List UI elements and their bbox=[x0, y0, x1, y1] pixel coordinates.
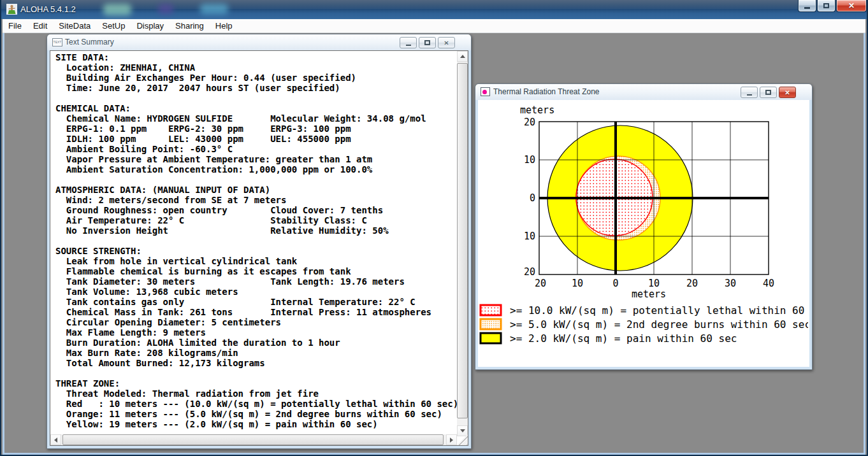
arrow-right-icon bbox=[450, 438, 453, 443]
aloha-app-icon bbox=[6, 4, 17, 15]
threat-zone-titlebar[interactable]: Thermal Radiation Threat Zone ✕ bbox=[475, 84, 812, 100]
app-title: ALOHA 5.4.1.2 bbox=[20, 4, 76, 14]
glass-reflection-blob bbox=[103, 4, 131, 15]
y-tick-labels: 20 10 0 10 20 bbox=[524, 117, 535, 278]
menu-edit[interactable]: Edit bbox=[27, 19, 53, 32]
magenta-dot-icon bbox=[482, 90, 487, 94]
text-summary-text: SITE DATA: Location: ZHENHAI, CHINA Buil… bbox=[50, 51, 458, 436]
app-client-area: TEXT Text Summary ✕ SITE DATA: Location:… bbox=[3, 33, 865, 455]
scroll-left-button[interactable] bbox=[50, 434, 61, 445]
glass-reflection-blob bbox=[158, 4, 173, 14]
minimize-icon bbox=[804, 7, 810, 9]
text-summary-maximize-button[interactable] bbox=[419, 37, 436, 48]
vertical-scrollbar[interactable] bbox=[457, 51, 468, 436]
horizontal-scrollbar[interactable] bbox=[50, 434, 457, 445]
orange-legend-swatch bbox=[481, 319, 501, 329]
maximize-icon bbox=[424, 40, 430, 45]
legend: >= 10.0 kW/(sq m) = potentially lethal w… bbox=[481, 304, 808, 345]
threat-zone-frame: meters meters 20 10 0 10 20 20 10 0 bbox=[475, 100, 812, 369]
threat-zone-plot-icon bbox=[481, 87, 490, 96]
svg-text:20: 20 bbox=[524, 266, 535, 278]
app-titlebar[interactable]: ALOHA 5.4.1.2 ✕ bbox=[1, 0, 867, 19]
menu-bar: File Edit SiteData SetUp Display Sharing… bbox=[3, 19, 865, 33]
maximize-icon bbox=[765, 90, 771, 95]
menu-sitedata[interactable]: SiteData bbox=[53, 19, 96, 32]
minimize-icon bbox=[747, 94, 752, 96]
minimize-button[interactable] bbox=[798, 0, 816, 12]
threat-zone-maximize-button[interactable] bbox=[760, 87, 777, 98]
text-summary-window: TEXT Text Summary ✕ SITE DATA: Location:… bbox=[47, 34, 472, 449]
close-icon: ✕ bbox=[848, 1, 855, 10]
maximize-button[interactable] bbox=[817, 0, 835, 12]
svg-text:0: 0 bbox=[530, 192, 535, 204]
scroll-down-button[interactable] bbox=[457, 425, 468, 436]
threat-zone-title: Thermal Radiation Threat Zone bbox=[493, 87, 600, 96]
text-summary-frame: SITE DATA: Location: ZHENHAI, CHINA Buil… bbox=[47, 50, 471, 448]
minimize-icon bbox=[406, 45, 411, 46]
menu-display[interactable]: Display bbox=[131, 19, 170, 32]
orange-legend-label: >= 5.0 kW/(sq m) = 2nd degree burns with… bbox=[510, 318, 808, 331]
svg-text:30: 30 bbox=[725, 278, 736, 289]
text-summary-title: Text Summary bbox=[65, 38, 114, 46]
menu-setup[interactable]: SetUp bbox=[96, 19, 131, 32]
svg-text:20: 20 bbox=[524, 117, 535, 128]
svg-text:40: 40 bbox=[763, 278, 774, 289]
arrow-up-icon bbox=[460, 55, 465, 58]
menu-sharing[interactable]: Sharing bbox=[170, 19, 210, 32]
menu-file[interactable]: File bbox=[3, 19, 27, 32]
y-axis-unit-label: meters bbox=[520, 104, 554, 116]
threat-zone-plot: meters meters 20 10 0 10 20 20 10 0 bbox=[478, 100, 808, 367]
horizontal-scroll-thumb[interactable] bbox=[62, 434, 444, 445]
threat-zone-window: Thermal Radiation Threat Zone ✕ bbox=[475, 83, 813, 370]
svg-text:20: 20 bbox=[686, 278, 698, 289]
scroll-up-button[interactable] bbox=[457, 51, 468, 62]
text-summary-close-button[interactable]: ✕ bbox=[438, 37, 455, 48]
red-legend-swatch bbox=[481, 305, 501, 315]
yellow-legend-label: >= 2.0 kW/(sq m) = pain within 60 sec bbox=[510, 332, 737, 345]
arrow-left-icon bbox=[54, 438, 57, 443]
svg-text:10: 10 bbox=[572, 278, 583, 289]
menu-help[interactable]: Help bbox=[210, 19, 238, 32]
maximize-icon bbox=[823, 3, 829, 8]
close-button[interactable]: ✕ bbox=[836, 0, 867, 12]
scroll-right-button[interactable] bbox=[446, 434, 457, 445]
threat-zone-close-button[interactable]: ✕ bbox=[779, 87, 796, 98]
screen: { "app": { "title": "ALOHA 5.4.1.2", "me… bbox=[0, 0, 868, 456]
yellow-legend-swatch bbox=[481, 333, 501, 343]
threat-zone-content: meters meters 20 10 0 10 20 20 10 0 bbox=[478, 100, 809, 367]
svg-text:10: 10 bbox=[524, 154, 535, 166]
text-summary-icon: TEXT bbox=[52, 38, 62, 46]
red-legend-label: >= 10.0 kW/(sq m) = potentially lethal w… bbox=[510, 304, 808, 317]
x-axis-unit-label: meters bbox=[632, 289, 666, 300]
x-tick-labels: 20 10 0 10 20 30 40 bbox=[535, 278, 774, 289]
arrow-down-icon bbox=[460, 429, 465, 432]
text-summary-titlebar[interactable]: TEXT Text Summary ✕ bbox=[47, 34, 471, 50]
glass-reflection-blob bbox=[200, 4, 228, 14]
svg-text:0: 0 bbox=[612, 278, 618, 289]
svg-text:20: 20 bbox=[535, 278, 546, 289]
text-summary-minimize-button[interactable] bbox=[400, 37, 417, 48]
text-summary-content: SITE DATA: Location: ZHENHAI, CHINA Buil… bbox=[50, 50, 468, 446]
threat-zone-minimize-button[interactable] bbox=[741, 87, 758, 98]
svg-text:10: 10 bbox=[524, 231, 535, 242]
svg-text:10: 10 bbox=[648, 278, 660, 289]
vertical-scroll-thumb[interactable] bbox=[457, 63, 468, 418]
